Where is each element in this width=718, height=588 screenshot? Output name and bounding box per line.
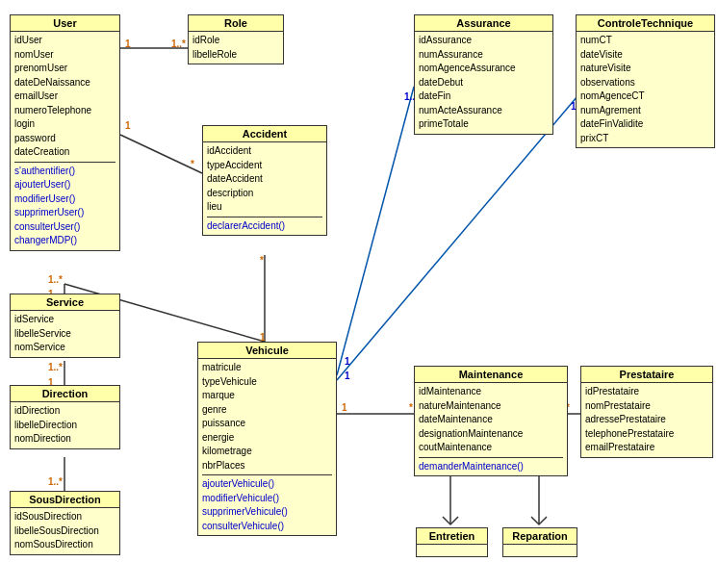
class-assurance-header: Assurance — [415, 15, 552, 32]
class-sousdirection-body: idSousDirection libelleSousDirection nom… — [11, 508, 119, 554]
method-supprimerVehicule: supprimerVehicule() — [202, 505, 332, 520]
attr-nomAgenceAssurance: nomAgenceAssurance — [419, 62, 549, 76]
attr-idService: idService — [14, 313, 115, 327]
attr-dateDeNaissance: dateDeNaissance — [14, 76, 115, 90]
attr-nomService: nomService — [14, 341, 115, 355]
mult-direction-sous: 1..* — [48, 476, 63, 487]
class-vehicule-header: Vehicule — [198, 343, 336, 359]
attr-libelleDirection: libelleDirection — [14, 419, 115, 433]
class-role-body: idRole libelleRole — [189, 32, 283, 64]
method-consulterUser: consulterUser() — [14, 220, 115, 235]
attr-prenomUser: prenomUser — [14, 62, 115, 76]
mult-veh-ct-1: 1 — [345, 371, 350, 381]
mult-user-service: 1..* — [48, 274, 63, 285]
attr-numActeAssurance: numActeAssurance — [419, 104, 549, 118]
attr-numAssurance: numAssurance — [419, 48, 549, 63]
attr-emailUser: emailUser — [14, 89, 115, 104]
svg-line-6 — [337, 87, 414, 375]
class-reparation-body — [503, 545, 577, 556]
attr-prixCT: prixCT — [580, 132, 710, 146]
attr-emailPrestataire: emailPrestataire — [585, 441, 708, 455]
method-ajouterUser: ajouterUser() — [14, 178, 115, 192]
method-ajouterVehicule: ajouterVehicule() — [202, 477, 332, 492]
attr-idAssurance: idAssurance — [419, 34, 549, 48]
class-reparation: Reparation — [502, 527, 577, 557]
method-sauthentifier: s'authentifier() — [14, 165, 115, 179]
attr-dateMaintenance: dateMaintenance — [419, 413, 563, 427]
attr-lieu: lieu — [207, 200, 322, 215]
method-changerMDP: changerMDP() — [14, 234, 115, 248]
attr-idMaintenance: idMaintenance — [419, 385, 563, 399]
attr-dateVisite: dateVisite — [580, 48, 710, 63]
attr-dateFin: dateFin — [419, 89, 549, 104]
class-assurance: Assurance idAssurance numAssurance nomAg… — [414, 14, 553, 135]
attr-libelleSousDirection: libelleSousDirection — [14, 524, 115, 539]
mult-user-role-1: 1 — [125, 38, 131, 49]
class-user: User idUser nomUser prenomUser dateDeNai… — [10, 14, 120, 251]
mult-acc-star: * — [191, 159, 194, 169]
method-supprimerUser: supprimerUser() — [14, 206, 115, 220]
class-accident-body: idAccident typeAccident dateAccident des… — [203, 142, 326, 235]
attr-typeAccident: typeAccident — [207, 159, 322, 173]
attr-libelleRole: libelleRole — [192, 48, 279, 63]
method-declarerAccident: declarerAccident() — [207, 219, 322, 234]
attr-matricule: matricule — [202, 361, 332, 375]
attr-dateDebut: dateDebut — [419, 76, 549, 90]
class-sousdirection: SousDirection idSousDirection libelleSou… — [10, 491, 120, 555]
class-sousdirection-header: SousDirection — [11, 492, 119, 508]
mult-acc-veh: * — [260, 255, 264, 266]
attr-idRole: idRole — [192, 34, 279, 48]
attr-natureMaintenance: natureMaintenance — [419, 399, 563, 414]
svg-line-7 — [337, 96, 577, 380]
class-reparation-header: Reparation — [503, 528, 577, 545]
attr-idSousDirection: idSousDirection — [14, 510, 115, 524]
class-accident: Accident idAccident typeAccident dateAcc… — [202, 125, 327, 236]
class-vehicule-body: matricule typeVehicule marque genre puis… — [198, 359, 336, 535]
attr-idDirection: idDirection — [14, 404, 115, 419]
class-entretien: Entretien — [416, 527, 488, 557]
class-assurance-body: idAssurance numAssurance nomAgenceAssura… — [415, 32, 552, 134]
mult-user-acc-1: 1 — [125, 120, 131, 131]
attr-idPrestataire: idPrestataire — [585, 385, 708, 399]
attr-nomDirection: nomDirection — [14, 432, 115, 447]
mult-veh-maint-1: 1 — [342, 402, 347, 413]
attr-description: description — [207, 187, 322, 201]
attr-dateAccident: dateAccident — [207, 172, 322, 187]
attr-nomAgenceCT: nomAgenceCT — [580, 89, 710, 104]
attr-password: password — [14, 132, 115, 146]
attr-marque: marque — [202, 389, 332, 403]
mult-veh-ass-1: 1 — [345, 356, 350, 367]
class-user-header: User — [11, 15, 119, 32]
class-controletechnique: ControleTechnique numCT dateVisite natur… — [576, 14, 715, 148]
mult-service-direction: 1..* — [48, 362, 63, 372]
class-direction-body: idDirection libelleDirection nomDirectio… — [11, 402, 119, 448]
attr-adressePrestataire: adressePrestataire — [585, 413, 708, 427]
mult-user-role-1dot: 1..* — [171, 38, 186, 49]
attr-designationMaintenance: designationMaintenance — [419, 427, 563, 442]
attr-nomPrestataire: nomPrestataire — [585, 399, 708, 414]
attr-dateFinValidite: dateFinValidite — [580, 117, 710, 132]
class-role: Role idRole libelleRole — [188, 14, 284, 64]
class-ct-body: numCT dateVisite natureVisite observatio… — [577, 32, 714, 147]
attr-coutMaintenance: coutMaintenance — [419, 441, 563, 455]
class-service: Service idService libelleService nomServ… — [10, 294, 120, 358]
method-modifierUser: modifierUser() — [14, 192, 115, 207]
attr-login: login — [14, 117, 115, 132]
attr-numCT: numCT — [580, 34, 710, 48]
attr-numAgrement: numAgrement — [580, 104, 710, 118]
class-prestataire-body: idPrestataire nomPrestataire adressePres… — [581, 383, 712, 457]
class-user-body: idUser nomUser prenomUser dateDeNaissanc… — [11, 32, 119, 250]
class-direction: Direction idDirection libelleDirection n… — [10, 385, 120, 449]
attr-nomUser: nomUser — [14, 48, 115, 63]
method-consulterVehicule: consulterVehicule() — [202, 520, 332, 534]
attr-idUser: idUser — [14, 34, 115, 48]
attr-primeTotale: primeTotale — [419, 117, 549, 132]
class-direction-header: Direction — [11, 386, 119, 402]
class-maintenance-header: Maintenance — [415, 367, 567, 383]
class-prestataire: Prestataire idPrestataire nomPrestataire… — [580, 366, 713, 458]
class-vehicule: Vehicule matricule typeVehicule marque g… — [197, 342, 337, 536]
attr-puissance: puissance — [202, 417, 332, 431]
class-accident-header: Accident — [203, 126, 326, 142]
class-maintenance-body: idMaintenance natureMaintenance dateMain… — [415, 383, 567, 475]
attr-kilometrage: kilometrage — [202, 445, 332, 459]
